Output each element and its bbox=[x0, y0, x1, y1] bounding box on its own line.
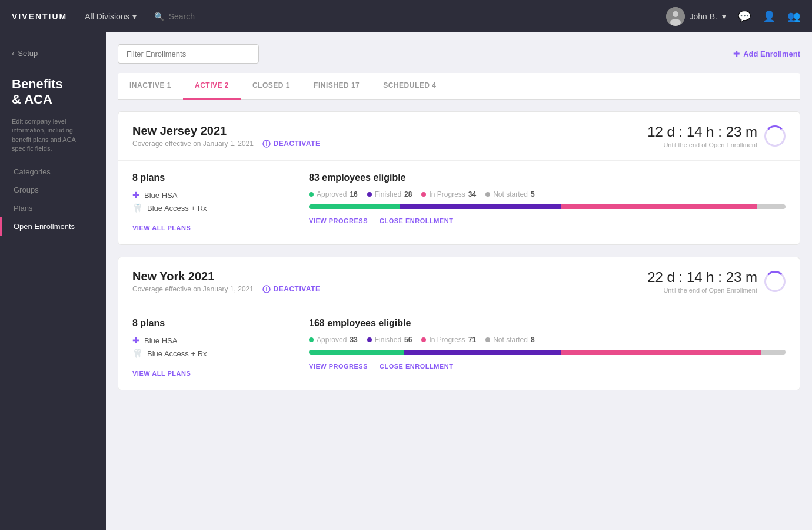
legend-item-approved: Approved 16 bbox=[309, 190, 358, 198]
card-timer: 12 d : 14 h : 23 m Until the end of Open… bbox=[647, 124, 786, 148]
view-all-plans-link[interactable]: VIEW ALL PLANS bbox=[132, 370, 191, 377]
legend-dot bbox=[485, 192, 490, 197]
view-all-plans-link[interactable]: VIEW ALL PLANS bbox=[132, 224, 191, 231]
legend-item-finished: Finished 28 bbox=[367, 190, 412, 198]
enrollment-subtitle: Coverage effective on January 1, 2021 DE… bbox=[132, 140, 320, 148]
plus-plan-icon: ✚ bbox=[132, 190, 139, 200]
legend-item-not-started: Not started 5 bbox=[485, 190, 534, 198]
tab-finished[interactable]: FINISHED 17 bbox=[302, 73, 371, 100]
progress-bar bbox=[309, 350, 786, 355]
progress-segment bbox=[309, 350, 404, 355]
legend-item-not-started: Not started 8 bbox=[485, 336, 534, 344]
plan-item: 🦷 Blue Access + Rx bbox=[132, 349, 285, 358]
progress-bar bbox=[309, 204, 786, 209]
svg-point-2 bbox=[670, 19, 681, 26]
employees-count: 83 employees eligible bbox=[309, 173, 786, 183]
chat-icon[interactable]: 💬 bbox=[738, 10, 751, 23]
legend-item-approved: Approved 33 bbox=[309, 336, 358, 344]
plan-item: ✚ Blue HSA bbox=[132, 190, 285, 200]
tab-inactive[interactable]: INACTIVE 1 bbox=[118, 73, 183, 100]
card-body-grid: 8 plans ✚ Blue HSA 🦷 Blue Access + Rx VI… bbox=[132, 318, 786, 378]
legend-dot bbox=[367, 192, 372, 197]
close-enrollment-button[interactable]: CLOSE ENROLLMENT bbox=[380, 217, 453, 224]
view-progress-button[interactable]: VIEW PROGRESS bbox=[309, 217, 368, 224]
tooth-plan-icon: 🦷 bbox=[132, 349, 142, 358]
card-actions: VIEW PROGRESS CLOSE ENROLLMENT bbox=[309, 217, 786, 224]
legend-dot bbox=[309, 192, 314, 197]
sidebar-item-open-enrollments[interactable]: Open Enrollments bbox=[0, 217, 106, 236]
tab-closed[interactable]: CLOSED 1 bbox=[241, 73, 302, 100]
sidebar-title: Benefits & ACA bbox=[0, 72, 106, 112]
plans-section: 8 plans ✚ Blue HSA 🦷 Blue Access + Rx VI… bbox=[132, 318, 285, 378]
search-input[interactable] bbox=[169, 12, 228, 21]
progress-segment bbox=[757, 204, 786, 209]
filter-enrollments-input[interactable] bbox=[118, 44, 259, 64]
sidebar-item-categories[interactable]: Categories bbox=[0, 163, 106, 181]
plans-count: 8 plans bbox=[132, 173, 285, 183]
legend-item-in-progress: In Progress 34 bbox=[421, 190, 476, 198]
view-progress-button[interactable]: VIEW PROGRESS bbox=[309, 363, 368, 370]
enrollment-card-nj2021: New Jersey 2021 Coverage effective on Ja… bbox=[118, 111, 800, 245]
svg-point-1 bbox=[673, 11, 678, 17]
deactivate-button[interactable]: DEACTIVATE bbox=[262, 140, 321, 148]
user-menu[interactable]: John B. ▾ bbox=[666, 7, 726, 26]
legend-dot bbox=[309, 337, 314, 342]
legend-item-in-progress: In Progress 71 bbox=[421, 336, 476, 344]
tab-scheduled[interactable]: SCHEDULED 4 bbox=[371, 73, 448, 100]
legend-dot bbox=[421, 192, 426, 197]
main-content: ✚ Add Enrollment INACTIVE 1 ACTIVE 2 CLO… bbox=[106, 32, 812, 530]
legend-dot bbox=[367, 337, 372, 342]
progress-legend: Approved 33 Finished 56 In Progress 71 N… bbox=[309, 336, 786, 344]
progress-segment bbox=[404, 350, 561, 355]
plans-section: 8 plans ✚ Blue HSA 🦷 Blue Access + Rx VI… bbox=[132, 173, 285, 233]
plus-plan-icon: ✚ bbox=[132, 336, 139, 345]
layout: ‹ Setup Benefits & ACA Edit company leve… bbox=[0, 32, 812, 530]
setup-link[interactable]: ‹ Setup bbox=[0, 44, 106, 62]
enrollment-subtitle: Coverage effective on January 1, 2021 DE… bbox=[132, 285, 320, 293]
timer-spinner-icon bbox=[764, 271, 786, 292]
sidebar: ‹ Setup Benefits & ACA Edit company leve… bbox=[0, 32, 106, 530]
timer-spinner-icon bbox=[764, 125, 786, 147]
tab-active[interactable]: ACTIVE 2 bbox=[183, 73, 241, 100]
profile-icon[interactable]: 👤 bbox=[763, 10, 776, 23]
plans-count: 8 plans bbox=[132, 318, 285, 329]
topnav: VIVENTIUM All Divisions ▾ 🔍 John B. ▾ 💬 … bbox=[0, 0, 812, 32]
card-body: 8 plans ✚ Blue HSA 🦷 Blue Access + Rx VI… bbox=[118, 306, 800, 390]
progress-segment bbox=[309, 204, 400, 209]
team-icon[interactable]: 👥 bbox=[787, 10, 800, 23]
deactivate-button[interactable]: DEACTIVATE bbox=[262, 285, 321, 293]
add-enrollment-button[interactable]: ✚ Add Enrollment bbox=[733, 49, 800, 58]
close-enrollment-button[interactable]: CLOSE ENROLLMENT bbox=[380, 363, 453, 370]
deactivate-icon bbox=[262, 285, 271, 293]
avatar bbox=[666, 7, 685, 26]
plan-item: 🦷 Blue Access + Rx bbox=[132, 203, 285, 213]
division-selector[interactable]: All Divisions ▾ bbox=[85, 12, 136, 21]
legend-dot bbox=[485, 337, 490, 342]
sidebar-item-groups[interactable]: Groups bbox=[0, 181, 106, 199]
timer-label: Until the end of Open Enrollment bbox=[647, 287, 757, 294]
sidebar-item-plans[interactable]: Plans bbox=[0, 199, 106, 217]
employees-count: 168 employees eligible bbox=[309, 318, 786, 329]
chevron-left-icon: ‹ bbox=[12, 49, 14, 58]
timer-value: 12 d : 14 h : 23 m bbox=[647, 124, 757, 140]
search-icon: 🔍 bbox=[154, 12, 164, 21]
card-header: New Jersey 2021 Coverage effective on Ja… bbox=[118, 112, 800, 161]
plan-item: ✚ Blue HSA bbox=[132, 336, 285, 345]
app-logo: VIVENTIUM bbox=[12, 12, 67, 21]
enrollment-title: New York 2021 bbox=[132, 270, 320, 283]
card-actions: VIEW PROGRESS CLOSE ENROLLMENT bbox=[309, 363, 786, 370]
employees-section: 83 employees eligible Approved 16 Finish… bbox=[309, 173, 786, 233]
enrollment-title: New Jersey 2021 bbox=[132, 124, 320, 138]
enrollment-card-ny2021: New York 2021 Coverage effective on Janu… bbox=[118, 257, 800, 390]
card-header-left: New Jersey 2021 Coverage effective on Ja… bbox=[132, 124, 320, 148]
timer-value: 22 d : 14 h : 23 m bbox=[647, 269, 757, 286]
sidebar-subtitle: Edit company level information, includin… bbox=[0, 117, 106, 163]
employees-section: 168 employees eligible Approved 33 Finis… bbox=[309, 318, 786, 378]
search-bar[interactable]: 🔍 bbox=[154, 12, 228, 21]
enrollment-cards-container: New Jersey 2021 Coverage effective on Ja… bbox=[118, 111, 800, 390]
card-timer: 22 d : 14 h : 23 m Until the end of Open… bbox=[647, 269, 786, 294]
legend-dot bbox=[421, 337, 426, 342]
progress-segment bbox=[561, 350, 761, 355]
tooth-plan-icon: 🦷 bbox=[132, 203, 142, 213]
progress-legend: Approved 16 Finished 28 In Progress 34 N… bbox=[309, 190, 786, 198]
